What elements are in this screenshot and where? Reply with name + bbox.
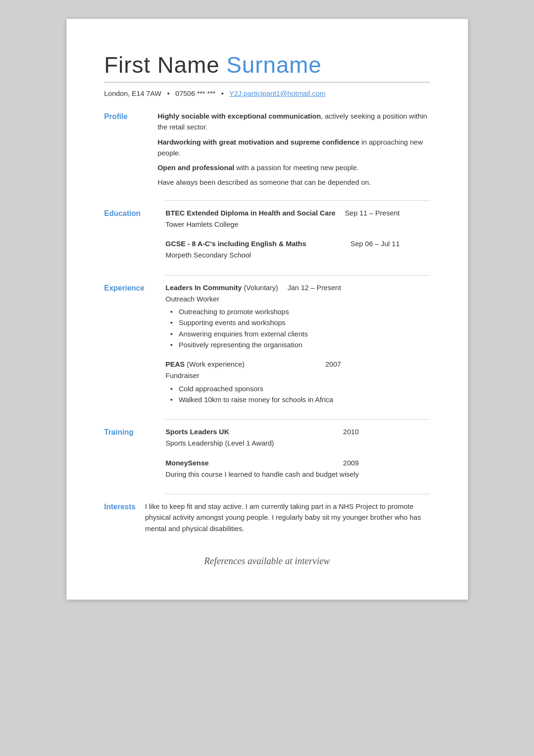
exp1-title-extra: (Voluntary) — [242, 284, 278, 292]
training-section: Training Sports Leaders UK 2010 Sports L… — [104, 426, 430, 489]
training-content: Sports Leaders UK 2010 Sports Leadership… — [166, 426, 359, 489]
name-divider — [104, 82, 430, 83]
interests-section: Interests I like to keep fit and stay ac… — [104, 501, 430, 541]
experience-label: Experience — [104, 282, 166, 415]
edu1-title: BTEC Extended Diploma in Health and Soci… — [166, 207, 336, 218]
name-heading: First Name Surname — [104, 52, 430, 78]
exp1-bullet-2: Supporting events and workshops — [170, 317, 341, 328]
experience-divider — [166, 419, 430, 420]
bullet-2: • — [221, 89, 224, 97]
edu2-subtitle: Morpeth Secondary School — [166, 249, 400, 260]
training-label: Training — [104, 426, 166, 489]
exp1-title: Leaders In Community — [166, 284, 242, 292]
location: London, E14 7AW — [104, 89, 161, 97]
profile-divider — [166, 200, 430, 201]
train1-date: 2010 — [343, 426, 359, 437]
train2-title: MoneySense — [166, 457, 209, 468]
exp1-date: Jan 12 – Present — [288, 282, 341, 293]
exp2-date: 2007 — [325, 359, 341, 369]
phone: 07506 *** *** — [175, 89, 215, 97]
training-entry-2: MoneySense 2009 During this course I lea… — [166, 457, 359, 480]
bullet-1: • — [167, 89, 170, 97]
profile-label: Profile — [104, 111, 158, 196]
profile-section: Profile Highly sociable with exceptional… — [104, 111, 430, 196]
profile-line1-bold: Highly sociable with exceptional communi… — [158, 112, 321, 120]
profile-line3-bold: Open and professional — [158, 163, 235, 172]
exp2-title: PEAS — [166, 360, 185, 368]
train2-date: 2009 — [343, 457, 359, 468]
profile-content: Highly sociable with exceptional communi… — [158, 111, 430, 196]
train1-subtitle: Sports Leadership (Level 1 Award) — [166, 438, 359, 448]
edu2-title: GCSE - 8 A-C's including English & Maths — [166, 238, 306, 249]
exp1-title-wrap: Leaders In Community (Voluntary) — [166, 282, 278, 293]
profile-line3-rest: with a passion for meeting new people. — [234, 163, 359, 172]
profile-line4: Have always been described as someone th… — [158, 178, 371, 186]
exp1-bullets: Outreaching to promote workshops Support… — [166, 306, 341, 350]
exp1-bullet-3: Answering enquiries from external client… — [170, 328, 341, 339]
references: References available at interview — [104, 556, 430, 567]
surname: Surname — [227, 52, 322, 77]
contact-info: London, E14 7AW • 07506 *** *** • Y2J.pa… — [104, 89, 430, 97]
exp2-title-wrap: PEAS (Work experience) — [166, 359, 245, 369]
education-section: Education BTEC Extended Diploma in Healt… — [104, 207, 430, 270]
edu2-date: Sep 06 – Jul 11 — [350, 238, 399, 249]
experience-section: Experience Leaders In Community (Volunta… — [104, 282, 430, 415]
education-label: Education — [104, 207, 166, 270]
train2-subtitle: During this course I learned to handle c… — [166, 469, 359, 480]
exp1-bullet-1: Outreaching to promote workshops — [170, 306, 341, 317]
education-entry-2: GCSE - 8 A-C's including English & Maths… — [166, 238, 400, 261]
exp2-bullet-1: Cold approached sponsors — [170, 383, 341, 394]
interests-content: I like to keep fit and stay active. I am… — [145, 501, 430, 541]
first-name: First Name — [104, 52, 220, 77]
experience-content: Leaders In Community (Voluntary) Jan 12 … — [166, 282, 341, 415]
education-divider — [166, 275, 430, 275]
training-entry-1: Sports Leaders UK 2010 Sports Leadership… — [166, 426, 359, 449]
cv-page: First Name Surname London, E14 7AW • 075… — [67, 19, 468, 600]
profile-line2-bold: Hardworking with great motivation and su… — [158, 138, 360, 146]
education-content: BTEC Extended Diploma in Health and Soci… — [166, 207, 400, 270]
exp1-subtitle: Outreach Worker — [166, 293, 341, 304]
edu1-date: Sep 11 – Present — [345, 207, 400, 218]
exp2-bullet-2: Walked 10km to raise money for schools i… — [170, 394, 341, 405]
train1-title: Sports Leaders UK — [166, 426, 229, 437]
exp2-title-extra: (Work experience) — [185, 360, 244, 368]
edu1-subtitle: Tower Hamlets College — [166, 219, 400, 230]
experience-entry-2: PEAS (Work experience) 2007 Fundraiser C… — [166, 359, 341, 405]
experience-entry-1: Leaders In Community (Voluntary) Jan 12 … — [166, 282, 341, 351]
email-link[interactable]: Y2J.participant1@hotmail.com — [229, 89, 326, 97]
training-divider — [166, 494, 430, 494]
exp2-bullets: Cold approached sponsors Walked 10km to … — [166, 383, 341, 405]
exp1-bullet-4: Positively representing the organisation — [170, 339, 341, 350]
education-entry-1: BTEC Extended Diploma in Health and Soci… — [166, 207, 400, 230]
exp2-subtitle: Fundraiser — [166, 370, 341, 381]
interests-label: Interests — [104, 501, 145, 541]
interests-text: I like to keep fit and stay active. I am… — [145, 501, 430, 534]
